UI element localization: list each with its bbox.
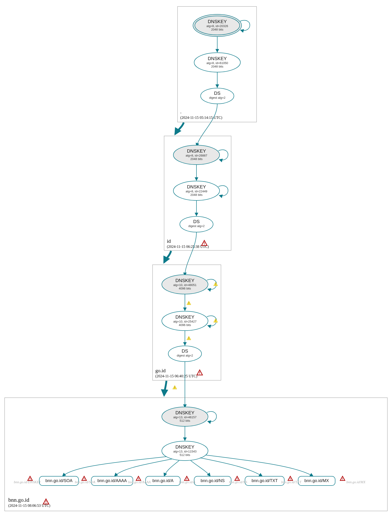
- svg-text:!: !: [30, 477, 31, 481]
- warn-goid-deleg[interactable]: !: [173, 386, 177, 389]
- svg-text:2048 bits: 2048 bits: [191, 157, 203, 161]
- node-root-zsk[interactable]: DNSKEY alg=8, id=61050 2048 bits: [194, 53, 240, 72]
- zone-root-time: (2024-11-15 05:14:15 UTC): [180, 116, 222, 120]
- edge-zsk-txt: [200, 458, 262, 476]
- edge-id-zsk-self: [218, 186, 228, 196]
- svg-text:digest alg=2: digest alg=2: [209, 96, 225, 99]
- edge-zsk-mx: [206, 455, 313, 476]
- svg-text:4096 bits: 4096 bits: [179, 287, 191, 290]
- rr-a[interactable]: bnn.go.id/A: [146, 476, 180, 485]
- zone-root-label: .: [180, 109, 182, 114]
- edge-zsk-soa: [62, 457, 166, 476]
- zone-id-label: id: [167, 238, 171, 244]
- svg-text:!: !: [138, 477, 139, 481]
- dnssec-graph: . (2024-11-15 05:14:15 UTC) DNSKEY alg=8…: [0, 0, 392, 532]
- edge-zsk-a: [164, 461, 179, 476]
- svg-text:DNSKEY: DNSKEY: [208, 19, 227, 24]
- rr-mx[interactable]: bnn.go.id/MX: [298, 476, 335, 485]
- zone-id-error-icon[interactable]: !: [201, 240, 207, 245]
- err-txt[interactable]: !: [288, 476, 293, 481]
- zone-bnn-label: bnn.go.id: [8, 497, 29, 503]
- rr-ns[interactable]: bnn.go.id/NS: [194, 476, 231, 485]
- err-dnskey[interactable]: !: [28, 476, 32, 481]
- warn-goid-ksk-zsk[interactable]: !: [187, 301, 191, 305]
- svg-text:alg=8, id=22449: alg=8, id=22449: [186, 190, 207, 193]
- svg-text:alg=8, id=20326: alg=8, id=20326: [206, 24, 228, 28]
- svg-text:!: !: [342, 477, 343, 481]
- node-id-zsk[interactable]: DNSKEY alg=8, id=22449 2048 bits: [173, 181, 219, 200]
- svg-text:!: !: [199, 371, 200, 375]
- node-root-ds[interactable]: DS digest alg=2: [201, 88, 234, 104]
- svg-text:!: !: [215, 319, 216, 323]
- svg-text:DNSKEY: DNSKEY: [175, 410, 194, 415]
- edge-goid-to-bnn-deleg: [164, 381, 166, 395]
- svg-text:512 bits: 512 bits: [180, 453, 190, 457]
- svg-text:!: !: [174, 386, 175, 389]
- edge-id-ksk-self: [218, 150, 228, 160]
- err-ns[interactable]: !: [235, 476, 239, 481]
- svg-text:bnn.go.id/AAAA: bnn.go.id/AAAA: [97, 478, 127, 483]
- svg-text:!: !: [188, 302, 189, 305]
- rr-aaaa[interactable]: bnn.go.id/AAAA: [91, 476, 133, 485]
- svg-text:digest alg=2: digest alg=2: [177, 354, 193, 357]
- edge-id-to-goid-deleg: [164, 251, 171, 262]
- warn-goid-ksk[interactable]: !: [214, 282, 218, 286]
- zone-bnn-error-icon[interactable]: !: [43, 499, 49, 504]
- svg-text:2048 bits: 2048 bits: [191, 193, 203, 197]
- err-aaaa[interactable]: !: [136, 476, 141, 481]
- node-id-ds[interactable]: DS digest alg=2: [180, 217, 213, 232]
- ghost-mx: bnn.go.id/MX: [346, 480, 366, 484]
- edge-id-ds-to-goid-ksk: [185, 232, 196, 276]
- zone-goid-time: (2024-11-15 06:40:25 UTC): [155, 374, 197, 378]
- warn-goid-zsk[interactable]: !: [214, 319, 218, 323]
- svg-text:alg=8, id=26887: alg=8, id=26887: [186, 154, 207, 157]
- edge-root-ds-to-id-ksk: [196, 104, 217, 146]
- rr-soa[interactable]: bnn.go.id/SOA: [39, 476, 79, 485]
- svg-text:bnn.go.id/NS: bnn.go.id/NS: [201, 478, 225, 483]
- node-goid-ds[interactable]: DS digest alg=2: [168, 346, 201, 362]
- svg-text:digest alg=2: digest alg=2: [188, 224, 205, 228]
- edge-root-to-id-deleg: [175, 122, 184, 134]
- svg-text:!: !: [186, 477, 187, 481]
- svg-text:DNSKEY: DNSKEY: [175, 278, 194, 283]
- svg-text:DNSKEY: DNSKEY: [187, 184, 206, 189]
- svg-text:DNSKEY: DNSKEY: [175, 444, 194, 449]
- svg-text:alg=13, id=46157: alg=13, id=46157: [173, 415, 196, 419]
- svg-text:DNSKEY: DNSKEY: [175, 315, 194, 320]
- svg-text:2048 bits: 2048 bits: [211, 28, 224, 31]
- svg-text:!: !: [204, 242, 205, 245]
- svg-text:!: !: [188, 337, 189, 340]
- edge-zsk-ns: [191, 461, 210, 476]
- svg-text:alg=10, id=25427: alg=10, id=25427: [173, 320, 196, 323]
- svg-text:bnn.go.id/MX: bnn.go.id/MX: [346, 480, 366, 484]
- node-bnn-ksk[interactable]: DNSKEY alg=13, id=46157 512 bits: [162, 407, 208, 426]
- err-a[interactable]: !: [184, 476, 189, 481]
- zone-goid-label: go.id: [155, 368, 166, 373]
- node-goid-zsk[interactable]: DNSKEY alg=10, id=25427 4096 bits: [162, 311, 208, 331]
- svg-text:4096 bits: 4096 bits: [179, 323, 191, 327]
- node-bnn-zsk[interactable]: DNSKEY alg=13, id=11543 512 bits: [162, 441, 208, 461]
- svg-text:alg=13, id=11543: alg=13, id=11543: [173, 450, 196, 453]
- rr-txt[interactable]: bnn.go.id/TXT: [245, 476, 284, 485]
- svg-text:2048 bits: 2048 bits: [211, 65, 224, 68]
- node-goid-ksk[interactable]: DNSKEY alg=10, id=48051 4096 bits: [162, 275, 208, 294]
- err-soa[interactable]: !: [82, 476, 86, 481]
- err-mx[interactable]: !: [340, 476, 345, 481]
- svg-text:DNSKEY: DNSKEY: [208, 56, 227, 61]
- node-root-ksk[interactable]: DNSKEY alg=8, id=20326 2048 bits: [193, 14, 242, 37]
- svg-text:!: !: [45, 500, 47, 504]
- zone-goid-error-icon[interactable]: !: [197, 370, 202, 375]
- svg-text:!: !: [84, 477, 85, 481]
- warn-goid-zsk-ds[interactable]: !: [187, 336, 191, 340]
- svg-text:DS: DS: [182, 348, 188, 353]
- svg-text:bnn.go.id/TXT: bnn.go.id/TXT: [252, 478, 278, 483]
- svg-text:DS: DS: [214, 91, 220, 96]
- svg-text:bnn.go.id/SOA: bnn.go.id/SOA: [45, 478, 72, 483]
- svg-text:DNSKEY: DNSKEY: [187, 148, 206, 154]
- svg-text:DS: DS: [193, 219, 200, 224]
- svg-text:alg=10, id=48051: alg=10, id=48051: [173, 283, 196, 287]
- svg-text:!: !: [290, 477, 291, 481]
- node-id-ksk[interactable]: DNSKEY alg=8, id=26887 2048 bits: [173, 145, 219, 165]
- svg-text:512 bits: 512 bits: [180, 419, 190, 422]
- svg-text:!: !: [237, 477, 238, 481]
